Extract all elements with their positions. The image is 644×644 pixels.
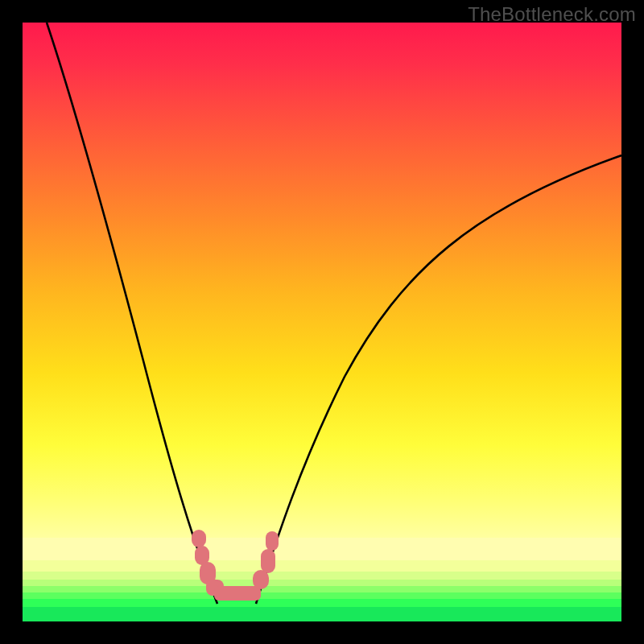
chart-frame: TheBottleneck.com <box>0 0 644 644</box>
bottleneck-curve <box>23 23 621 621</box>
valley-bump <box>192 530 206 547</box>
curve-right <box>256 155 621 604</box>
watermark-text: TheBottleneck.com <box>468 3 636 26</box>
valley-bump <box>266 531 279 551</box>
plot-area <box>23 23 621 621</box>
curve-left <box>47 23 217 604</box>
valley-bump <box>214 586 261 601</box>
valley-bump <box>261 549 275 573</box>
